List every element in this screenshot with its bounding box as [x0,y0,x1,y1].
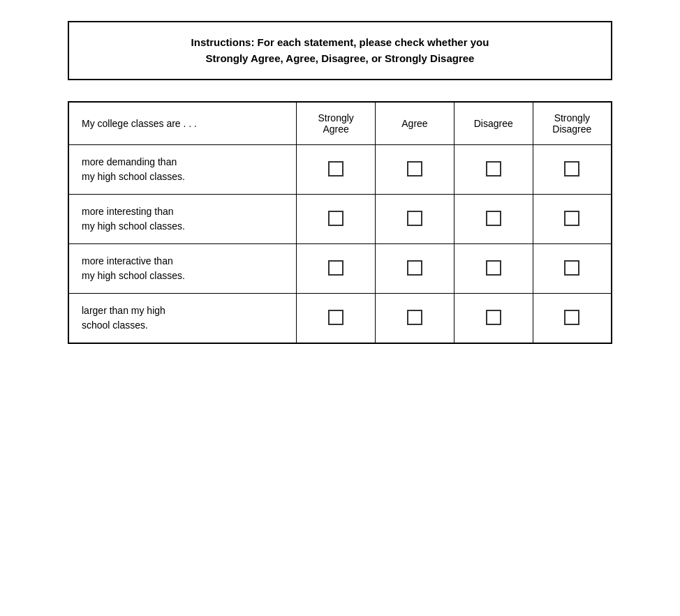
checkbox-strongly-agree-row1[interactable] [328,211,343,226]
checkbox-strongly-disagree-row3[interactable] [564,310,579,325]
cell-disagree-row2[interactable] [454,244,533,294]
cell-strongly-disagree-row2[interactable] [533,244,612,294]
checkbox-strongly-disagree-row2[interactable] [564,260,579,276]
checkbox-disagree-row3[interactable] [486,310,501,325]
cell-strongly-agree-row2[interactable] [297,244,376,294]
cell-disagree-row3[interactable] [454,294,533,344]
checkbox-agree-row2[interactable] [407,260,422,276]
cell-agree-row0[interactable] [376,145,454,195]
checkbox-strongly-agree-row3[interactable] [328,310,343,325]
statement-cell: more demanding thanmy high school classe… [68,145,297,195]
statement-cell: more interactive thanmy high school clas… [68,244,297,294]
cell-disagree-row0[interactable] [454,145,533,195]
cell-strongly-agree-row3[interactable] [297,294,376,344]
checkbox-disagree-row0[interactable] [486,161,501,176]
table-row: more demanding thanmy high school classe… [68,145,612,195]
statement-cell: larger than my highschool classes. [68,294,297,344]
cell-agree-row2[interactable] [376,244,454,294]
checkbox-strongly-disagree-row0[interactable] [564,161,579,176]
cell-strongly-agree-row0[interactable] [297,145,376,195]
table-row: larger than my highschool classes. [68,294,612,344]
survey-table: My college classes are . . . StronglyAgr… [68,101,612,344]
checkbox-strongly-disagree-row1[interactable] [564,211,579,226]
checkbox-disagree-row1[interactable] [486,211,501,226]
header-statement: My college classes are . . . [68,102,297,145]
cell-disagree-row1[interactable] [454,195,533,244]
instructions-text: Instructions: For each statement, please… [90,35,590,66]
statement-text: larger than my highschool classes. [82,305,165,331]
checkbox-agree-row1[interactable] [407,211,422,226]
header-strongly-agree: StronglyAgree [297,102,376,145]
checkbox-disagree-row2[interactable] [486,260,501,276]
table-row: more interesting thanmy high school clas… [68,195,612,244]
table-header-row: My college classes are . . . StronglyAgr… [68,102,612,145]
checkbox-agree-row3[interactable] [407,310,422,325]
header-strongly-disagree: StronglyDisagree [533,102,612,145]
statement-text: more interesting thanmy high school clas… [82,206,185,232]
statement-text: more demanding thanmy high school classe… [82,156,185,182]
checkbox-strongly-agree-row0[interactable] [328,161,343,176]
cell-agree-row1[interactable] [376,195,454,244]
cell-strongly-disagree-row0[interactable] [533,145,612,195]
table-row: more interactive thanmy high school clas… [68,244,612,294]
checkbox-agree-row0[interactable] [407,161,422,176]
header-agree: Agree [376,102,454,145]
cell-strongly-disagree-row1[interactable] [533,195,612,244]
statement-text: more interactive thanmy high school clas… [82,255,185,281]
cell-agree-row3[interactable] [376,294,454,344]
header-disagree: Disagree [454,102,533,145]
statement-cell: more interesting thanmy high school clas… [68,195,297,244]
checkbox-strongly-agree-row2[interactable] [328,260,343,276]
cell-strongly-agree-row1[interactable] [297,195,376,244]
instructions-box: Instructions: For each statement, please… [68,21,612,80]
cell-strongly-disagree-row3[interactable] [533,294,612,344]
